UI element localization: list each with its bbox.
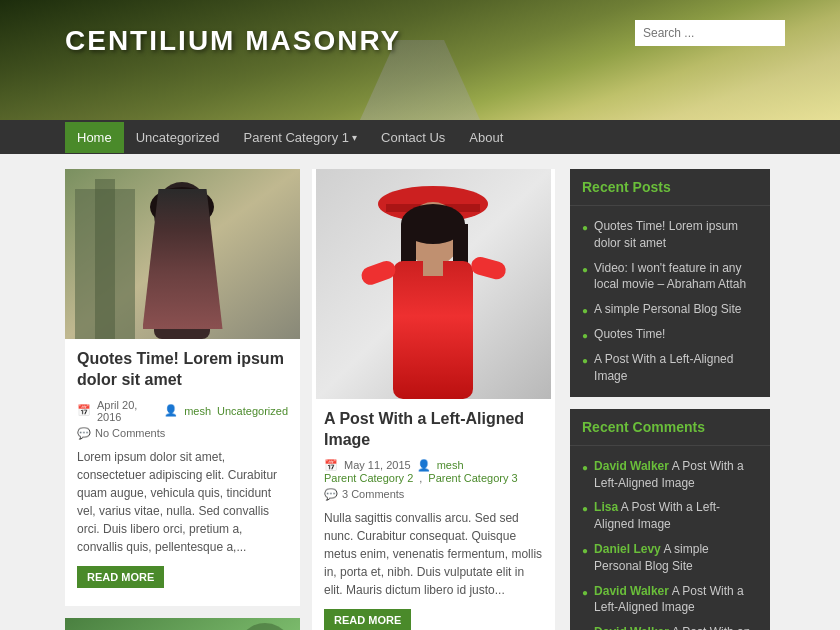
post-date-quotes: April 20, 2016	[97, 399, 158, 423]
post-title-quotes[interactable]: Quotes Time! Lorem ipsum dolor sit amet	[77, 349, 288, 391]
recent-post-link-4[interactable]: A Post With a Left-Aligned Image	[594, 351, 758, 385]
user-icon-left-image: 👤	[417, 459, 431, 472]
read-more-button-left-image[interactable]: READ MORE	[324, 609, 411, 630]
recent-post-link-0[interactable]: Quotes Time! Lorem ipsum dolor sit amet	[594, 218, 758, 252]
comment-author-3[interactable]: David Walker	[594, 584, 669, 598]
comment-author-1[interactable]: Lisa	[594, 500, 618, 514]
calendar-icon-left-image: 📅	[324, 459, 338, 472]
post-meta-quotes: 📅 April 20, 2016 👤 mesh Uncategorized	[77, 399, 288, 423]
list-item: ● David Walker A Post With an Ordered Li…	[570, 620, 770, 630]
mom-baby-svg	[65, 618, 300, 630]
post-comments-text-quotes[interactable]: No Comments	[95, 427, 165, 439]
red-woman-svg	[312, 169, 555, 399]
recent-post-link-2[interactable]: A simple Personal Blog Site	[594, 301, 741, 318]
bullet-icon: ●	[582, 329, 588, 343]
widget-recent-comments: Recent Comments ● David Walker A Post Wi…	[570, 409, 770, 630]
widget-recent-comments-title: Recent Comments	[570, 409, 770, 446]
nav-item-contact[interactable]: Contact Us	[369, 122, 457, 153]
post-thumbnail-woman-dark	[65, 169, 300, 339]
post-comments-left-image: 💬 3 Comments	[324, 488, 543, 501]
svg-rect-23	[393, 261, 473, 399]
widget-recent-posts-title: Recent Posts	[570, 169, 770, 206]
posts-column: Quotes Time! Lorem ipsum dolor sit amet …	[65, 169, 555, 630]
post-image-video	[65, 618, 300, 630]
post-image-quotes	[65, 169, 300, 339]
svg-rect-4	[154, 239, 210, 339]
post-card-left-image: A Post With a Left-Aligned Image 📅 May 1…	[312, 169, 555, 630]
list-item: ● Quotes Time! Lorem ipsum dolor sit ame…	[570, 214, 770, 256]
svg-point-5	[150, 187, 214, 227]
post-card-video: Video: I won't feature in any local movi…	[65, 618, 300, 630]
svg-point-3	[154, 182, 210, 246]
calendar-icon: 📅	[77, 404, 91, 417]
post-meta-left-image: 📅 May 11, 2015 👤 mesh	[324, 459, 543, 472]
bullet-icon: ●	[582, 502, 588, 516]
post-author-quotes[interactable]: mesh	[184, 405, 211, 417]
site-title: CENTILIUM MASONRY	[65, 25, 401, 57]
list-item: ● Lisa A Post With a Left-Aligned Image	[570, 495, 770, 537]
post-thumbnail-red-woman	[312, 169, 555, 399]
main-content: Quotes Time! Lorem ipsum dolor sit amet …	[0, 154, 840, 630]
masonry-grid: Quotes Time! Lorem ipsum dolor sit amet …	[65, 169, 555, 630]
post-content-quotes: Quotes Time! Lorem ipsum dolor sit amet …	[65, 339, 300, 606]
widget-recent-posts: Recent Posts ● Quotes Time! Lorem ipsum …	[570, 169, 770, 397]
masonry-left-column: Quotes Time! Lorem ipsum dolor sit amet …	[65, 169, 300, 630]
recent-posts-list: ● Quotes Time! Lorem ipsum dolor sit ame…	[570, 206, 770, 397]
sidebar: Recent Posts ● Quotes Time! Lorem ipsum …	[570, 169, 770, 630]
bullet-icon: ●	[582, 544, 588, 558]
post-category-2-left-image[interactable]: Parent Category 3	[428, 472, 517, 484]
svg-rect-26	[423, 261, 443, 276]
bullet-icon: ●	[582, 221, 588, 235]
masonry-right-column: A Post With a Left-Aligned Image 📅 May 1…	[312, 169, 555, 630]
bullet-icon: ●	[582, 304, 588, 318]
read-more-button-quotes[interactable]: READ MORE	[77, 566, 164, 588]
comment-bubble-icon: 💬	[77, 427, 91, 440]
woman-figure-svg	[65, 169, 300, 339]
list-item: ● Quotes Time!	[570, 322, 770, 347]
post-categories-left-image: Parent Category 2 , Parent Category 3	[324, 472, 543, 484]
list-item: ● Video: I won't feature in any local mo…	[570, 256, 770, 298]
comment-author-0[interactable]: David Walker	[594, 459, 669, 473]
bullet-icon: ●	[582, 354, 588, 368]
post-content-left-image: A Post With a Left-Aligned Image 📅 May 1…	[312, 399, 555, 630]
post-author-left-image[interactable]: mesh	[437, 459, 464, 471]
post-excerpt-left-image: Nulla sagittis convallis arcu. Sed sed n…	[324, 509, 543, 599]
recent-comments-list: ● David Walker A Post With a Left-Aligne…	[570, 446, 770, 630]
svg-rect-2	[95, 179, 115, 339]
comment-author-4[interactable]: David Walker	[594, 625, 669, 630]
nav-item-uncategorized[interactable]: Uncategorized	[124, 122, 232, 153]
chevron-down-icon: ▾	[352, 132, 357, 143]
site-header: CENTILIUM MASONRY	[0, 0, 840, 120]
nav-item-about[interactable]: About	[457, 122, 515, 153]
post-card-quotes: Quotes Time! Lorem ipsum dolor sit amet …	[65, 169, 300, 606]
bullet-icon: ●	[582, 263, 588, 277]
post-excerpt-quotes: Lorem ipsum dolor sit amet, consectetuer…	[77, 448, 288, 556]
comment-author-2[interactable]: Daniel Levy	[594, 542, 661, 556]
post-title-left-image[interactable]: A Post With a Left-Aligned Image	[324, 409, 543, 451]
post-thumbnail-mom-baby	[65, 618, 300, 630]
post-date-left-image: May 11, 2015	[344, 459, 411, 471]
comment-bubble-icon-left: 💬	[324, 488, 338, 501]
user-icon-quotes: 👤	[164, 404, 178, 417]
post-category-1-left-image[interactable]: Parent Category 2	[324, 472, 413, 484]
bullet-icon: ●	[582, 586, 588, 600]
list-item: ● A simple Personal Blog Site	[570, 297, 770, 322]
bullet-icon: ●	[582, 461, 588, 475]
list-item: ● Daniel Levy A simple Personal Blog Sit…	[570, 537, 770, 579]
list-item: ● David Walker A Post With a Left-Aligne…	[570, 454, 770, 496]
main-navigation: Home Uncategorized Parent Category 1 ▾ C…	[0, 120, 840, 154]
post-category-quotes[interactable]: Uncategorized	[217, 405, 288, 417]
search-input[interactable]	[635, 20, 785, 46]
svg-point-6	[164, 197, 200, 237]
search-box[interactable]	[635, 20, 785, 46]
recent-post-link-1[interactable]: Video: I won't feature in any local movi…	[594, 260, 758, 294]
post-comments-quotes: 💬 No Comments	[77, 427, 288, 440]
post-comments-text-left-image[interactable]: 3 Comments	[342, 488, 404, 500]
nav-item-home[interactable]: Home	[65, 122, 124, 153]
list-item: ● A Post With a Left-Aligned Image	[570, 347, 770, 389]
recent-post-link-3[interactable]: Quotes Time!	[594, 326, 665, 343]
list-item: ● David Walker A Post With a Left-Aligne…	[570, 579, 770, 621]
post-image-red-woman	[312, 169, 555, 399]
nav-item-parent-category[interactable]: Parent Category 1 ▾	[232, 122, 370, 153]
